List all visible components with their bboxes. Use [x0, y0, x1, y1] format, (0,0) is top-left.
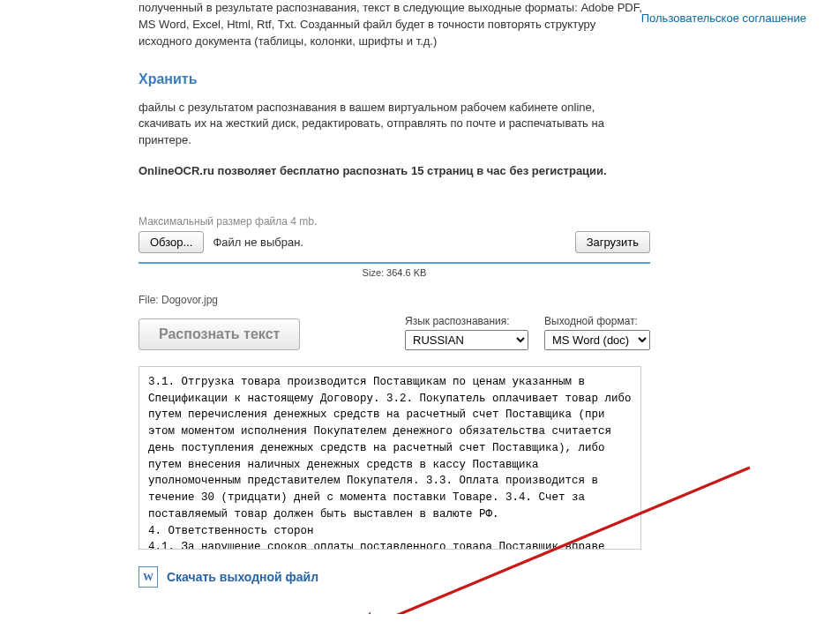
language-label: Язык распознавания:: [405, 315, 528, 327]
main-content: полученный в результате распознавания, т…: [138, 0, 650, 588]
intro-paragraph-2: файлы с результатом распознавания в ваше…: [138, 100, 650, 150]
store-heading: Хранить: [138, 71, 650, 87]
no-file-label: Файл не выбран.: [213, 236, 303, 249]
file-name-label: File: Dogovor.jpg: [138, 294, 650, 306]
upload-button[interactable]: Загрузить: [575, 231, 650, 253]
language-select[interactable]: RUSSIAN: [405, 330, 528, 350]
recognize-button[interactable]: Распознать текст: [138, 318, 300, 350]
format-label: Выходной формат:: [544, 315, 650, 327]
format-select[interactable]: MS Word (doc): [544, 330, 650, 350]
download-output-link[interactable]: Скачать выходной файл: [167, 570, 318, 584]
user-agreement-link[interactable]: Пользовательское соглашение: [641, 11, 806, 25]
max-size-label: Максимальный размер файла 4 mb.: [138, 215, 650, 228]
word-doc-icon: [138, 566, 158, 588]
browse-button[interactable]: Обзор...: [138, 231, 204, 253]
intro-paragraph-1: полученный в результате распознавания, т…: [138, 0, 650, 50]
result-textarea[interactable]: [138, 366, 641, 550]
file-size-label: Size: 364.6 KB: [138, 267, 650, 278]
free-limit-note: OnlineOCR.ru позволяет бесплатно распозн…: [138, 164, 607, 177]
divider: [138, 262, 650, 264]
ocr-tool: Максимальный размер файла 4 mb. Обзор...…: [138, 215, 650, 588]
sidebar: Пользовательское соглашение: [641, 11, 806, 26]
